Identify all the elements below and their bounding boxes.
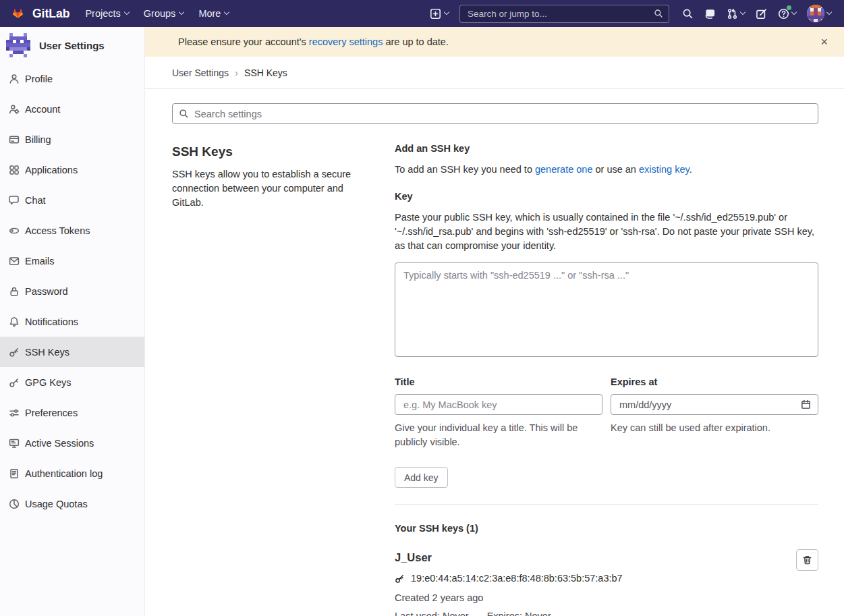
settings-content: SSH Keys SSH keys allow you to establish… — [145, 89, 844, 616]
ssh-key-usage: Last used: NeverExpires: Never — [395, 611, 785, 616]
sidebar-item-emails[interactable]: Emails — [0, 246, 144, 276]
chat-icon — [9, 195, 20, 206]
sidebar-item-authentication-log[interactable]: Authentication log — [0, 458, 144, 488]
expires-at-label: Expires at — [611, 376, 818, 387]
sidebar-item-label: GPG Keys — [25, 377, 72, 388]
sidebar-item-ssh-keys[interactable]: SSH Keys — [0, 337, 144, 367]
account-icon — [9, 104, 20, 115]
sidebar-item-active-sessions[interactable]: Active Sessions — [0, 428, 144, 458]
recovery-settings-alert: Please ensure your account's recovery se… — [145, 27, 844, 57]
access-tokens-icon — [9, 225, 20, 236]
sidebar-item-password[interactable]: Password — [0, 276, 144, 306]
chevron-down-icon — [224, 9, 229, 15]
breadcrumb: User Settings › SSH Keys — [145, 57, 844, 89]
sidebar-item-notifications[interactable]: Notifications — [0, 306, 144, 337]
expires-help-text: Key can still be used after expiration. — [611, 421, 818, 435]
settings-search-input[interactable] — [172, 103, 818, 124]
issues-icon — [704, 8, 716, 20]
todos-button[interactable] — [752, 5, 770, 22]
breadcrumb-separator-icon: › — [235, 67, 238, 78]
sidebar-item-chat[interactable]: Chat — [0, 185, 144, 215]
nav-groups-menu[interactable]: Groups — [136, 0, 192, 27]
key-label: Key — [395, 191, 818, 202]
title-label: Title — [395, 376, 602, 387]
generate-one-link[interactable]: generate one — [535, 164, 592, 175]
ssh-keys-form-panel: Add an SSH key To add an SSH key you nee… — [395, 142, 818, 616]
emails-icon — [9, 256, 20, 267]
existing-key-link[interactable]: existing key — [639, 164, 690, 175]
authentication-log-icon — [9, 468, 20, 479]
nav-more-menu[interactable]: More — [191, 0, 236, 27]
chevron-down-icon — [791, 9, 797, 15]
search-icon — [654, 9, 663, 18]
sidebar-item-profile[interactable]: Profile — [0, 63, 144, 94]
trash-icon — [802, 555, 812, 565]
chevron-down-icon — [826, 9, 832, 15]
key-icon — [395, 573, 405, 584]
preferences-icon — [9, 408, 20, 418]
sidebar-item-preferences[interactable]: Preferences — [0, 397, 144, 428]
gpg-keys-icon — [9, 377, 20, 388]
sidebar-item-usage-quotas[interactable]: Usage Quotas — [0, 488, 144, 519]
calendar-icon — [801, 399, 811, 410]
sidebar-item-applications[interactable]: Applications — [0, 155, 144, 185]
ssh-key-fingerprint: 19:e0:44:a5:14:c2:3a:e8:f8:48:8b:63:5b:5… — [411, 573, 623, 584]
sidebar-item-label: SSH Keys — [25, 347, 69, 358]
title-help-text: Give your individual key a title. This w… — [395, 421, 602, 449]
sidebar-item-label: Usage Quotas — [25, 499, 88, 509]
chevron-down-icon — [124, 9, 130, 15]
ssh-key-title: J_User — [395, 551, 785, 564]
intro-text: . — [690, 164, 692, 175]
sidebar-item-account[interactable]: Account — [0, 94, 144, 124]
sidebar-item-label: Preferences — [25, 408, 78, 418]
nav-projects-menu[interactable]: Projects — [78, 0, 136, 27]
ssh-key-expires: Expires: Never — [487, 611, 551, 616]
search-button[interactable] — [679, 5, 697, 22]
plus-square-icon — [430, 8, 441, 20]
nav-more-label: More — [198, 8, 221, 19]
expires-at-date-input[interactable]: mm/dd/yyyy — [611, 394, 818, 415]
nav-projects-label: Projects — [85, 8, 120, 19]
breadcrumb-ssh-keys[interactable]: SSH Keys — [244, 67, 287, 78]
sidebar-item-label: Chat — [25, 195, 46, 206]
sidebar-title: User Settings — [39, 40, 105, 51]
add-ssh-key-intro: To add an SSH key you need to generate o… — [395, 163, 818, 176]
date-placeholder: mm/dd/yyyy — [619, 399, 671, 410]
settings-search — [172, 103, 818, 124]
global-search-input[interactable] — [459, 5, 669, 23]
settings-sidebar: User Settings Profile Account Billing Ap… — [0, 27, 145, 616]
sidebar-item-label: Active Sessions — [25, 438, 94, 449]
help-menu[interactable] — [775, 5, 799, 22]
merge-requests-menu[interactable] — [723, 5, 748, 22]
user-avatar — [807, 5, 824, 22]
breadcrumb-user-settings[interactable]: User Settings — [172, 67, 229, 78]
sidebar-item-billing[interactable]: Billing — [0, 124, 144, 155]
sidebar-item-gpg-keys[interactable]: GPG Keys — [0, 367, 144, 397]
todos-icon — [756, 8, 767, 20]
add-key-button[interactable]: Add key — [395, 467, 448, 488]
merge-request-icon — [727, 8, 738, 20]
sidebar-item-access-tokens[interactable]: Access Tokens — [0, 215, 144, 246]
alert-text: Please ensure your account's recovery se… — [178, 36, 449, 47]
alert-dismiss-button[interactable]: × — [815, 34, 833, 49]
delete-key-button[interactable] — [796, 549, 818, 571]
sidebar-item-label: Access Tokens — [25, 225, 90, 236]
recovery-settings-link[interactable]: recovery settings — [309, 36, 383, 47]
user-menu[interactable] — [804, 2, 835, 25]
chevron-down-icon — [740, 9, 745, 15]
expires-field-group: Expires at mm/dd/yyyy Key can still be u… — [611, 376, 818, 449]
ssh-key-textarea[interactable] — [395, 262, 818, 357]
gitlab-home-link[interactable]: GitLab — [9, 5, 69, 22]
user-avatar — [6, 33, 30, 57]
ssh-key-list-item: J_User 19:e0:44:a5:14:c2:3a:e8:f8:48:8b:… — [395, 551, 818, 616]
your-ssh-keys-heading: Your SSH keys (1) — [395, 523, 818, 534]
sidebar-header: User Settings — [0, 27, 144, 63]
sidebar-item-label: Billing — [25, 134, 51, 145]
sidebar-item-label: Account — [25, 104, 60, 115]
sidebar-item-label: Password — [25, 286, 68, 297]
title-input[interactable] — [395, 394, 602, 415]
notifications-icon — [9, 316, 20, 327]
issues-button[interactable] — [701, 5, 719, 22]
new-item-menu[interactable] — [430, 8, 449, 20]
sidebar-item-label: Profile — [25, 74, 53, 84]
